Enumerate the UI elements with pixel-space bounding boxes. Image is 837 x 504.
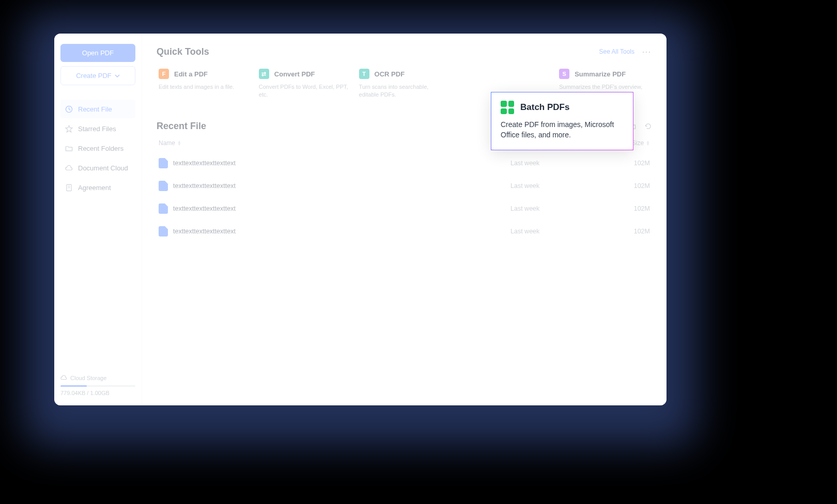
tool-icon: F [159, 69, 169, 79]
sidebar-item-starred-files[interactable]: Starred Files [60, 119, 135, 138]
table-row[interactable]: texttexttexttexttexttextLast week102M [157, 197, 652, 220]
see-all-tools-link[interactable]: See All Tools [599, 48, 635, 55]
open-pdf-button[interactable]: Open PDF [60, 44, 135, 62]
more-menu-button[interactable]: ⋯ [642, 46, 652, 57]
table-row[interactable]: texttexttexttexttexttextLast week102M [157, 175, 652, 197]
create-pdf-button[interactable]: Create PDF [60, 66, 135, 85]
create-pdf-label: Create PDF [76, 72, 112, 80]
file-name: texttexttexttexttexttext [173, 182, 236, 190]
sidebar-item-label: Document Cloud [78, 164, 128, 172]
sidebar-item-recent-folders[interactable]: Recent Folders [60, 139, 135, 158]
tool-title: Summarize PDF [575, 70, 626, 78]
sidebar-item-document-cloud[interactable]: Document Cloud [60, 159, 135, 177]
table-row[interactable]: texttexttexttexttexttextLast week102M [157, 220, 652, 243]
tool-card-convert-pdf[interactable]: ⇄Convert PDFConvert PDFs to Word, Excel,… [257, 66, 352, 102]
sidebar-item-label: Recent Folders [78, 145, 123, 152]
tooltip-title: Batch PDFs [520, 102, 569, 113]
cloud-storage-label: Cloud Storage [60, 374, 135, 381]
recent-file-title: Recent File [157, 121, 206, 132]
sidebar: Open PDF Create PDF Recent File Starred … [54, 34, 142, 405]
file-name: texttexttexttexttexttext [173, 160, 236, 167]
tool-description: Edit texts and images in a file. [159, 83, 250, 91]
sidebar-item-recent-file[interactable]: Recent File [60, 100, 135, 118]
file-size: 102M [614, 205, 650, 212]
tool-icon: S [559, 69, 569, 79]
tool-description: Turn scans into searchable, editable PDF… [359, 83, 450, 99]
tooltip-description: Create PDF from images, Microsoft Office… [501, 119, 624, 140]
file-modified-time: Last week [510, 182, 614, 190]
tool-title: Convert PDF [274, 70, 315, 78]
tool-card-ocr-pdf[interactable]: TOCR PDFTurn scans into searchable, edit… [357, 66, 452, 102]
cloud-icon [65, 164, 73, 172]
storage-progress-bar [60, 385, 135, 387]
tool-card-edit-a-pdf[interactable]: FEdit a PDFEdit texts and images in a fi… [157, 66, 252, 102]
pdf-file-icon [159, 158, 168, 168]
folder-icon [65, 144, 73, 152]
quick-tools-title: Quick Tools [157, 46, 209, 57]
file-name: texttexttexttexttexttext [173, 228, 236, 235]
sort-icon: ▲▼ [646, 140, 650, 146]
file-modified-time: Last week [510, 205, 614, 212]
tool-title: OCR PDF [375, 70, 405, 78]
sidebar-item-label: Agreement [78, 184, 111, 192]
column-name[interactable]: Name▲▼ [159, 139, 510, 147]
sidebar-item-label: Starred Files [78, 125, 116, 133]
table-row[interactable]: texttexttexttexttexttextLast week102M [157, 152, 652, 175]
file-name: texttexttexttexttexttext [173, 205, 236, 212]
file-size: 102M [614, 160, 650, 167]
pdf-file-icon [159, 203, 168, 214]
storage-usage-text: 779.04KB / 1.00GB [60, 390, 135, 396]
cloud-small-icon [60, 374, 67, 381]
file-modified-time: Last week [510, 228, 614, 235]
star-icon [65, 124, 73, 133]
main-content: Quick Tools See All Tools ⋯ FEdit a PDFE… [142, 34, 667, 405]
refresh-button[interactable] [644, 122, 652, 130]
tool-description: Convert PDFs to Word, Excel, PPT, etc. [259, 83, 350, 99]
batch-pdfs-icon [501, 101, 514, 114]
tool-icon: T [359, 69, 369, 79]
pdf-file-icon [159, 226, 168, 237]
file-modified-time: Last week [510, 160, 614, 167]
sort-icon: ▲▼ [177, 140, 181, 146]
sidebar-item-agreement[interactable]: Agreement [60, 178, 135, 197]
tool-icon [459, 69, 469, 79]
clock-icon [65, 105, 73, 113]
document-icon [65, 183, 73, 192]
file-size: 102M [614, 228, 650, 235]
batch-pdfs-tooltip: Batch PDFs Create PDF from images, Micro… [491, 92, 633, 150]
sidebar-item-label: Recent File [78, 105, 112, 113]
pdf-file-icon [159, 181, 168, 191]
file-size: 102M [614, 182, 650, 190]
tool-icon: ⇄ [259, 69, 269, 79]
chevron-down-icon [115, 73, 120, 78]
tool-title: Edit a PDF [174, 70, 208, 78]
